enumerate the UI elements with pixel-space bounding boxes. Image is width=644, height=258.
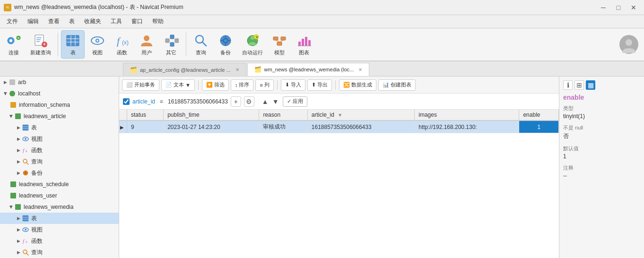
func-icon-la: fx [22,146,29,154]
nav-down-arrow[interactable]: ▼ [271,97,280,106]
begin-transaction-button[interactable]: ⬜ 开始事务 [122,79,159,91]
svg-point-1 [9,39,12,42]
rp-field-name: enable [563,94,640,101]
col-publish-time[interactable]: publish_time [164,110,259,120]
rp-type-section: 类型 tinyint(1) [563,105,640,120]
apply-button[interactable]: ✓ 应用 [283,96,307,107]
sort-icon: ↕ [235,82,238,88]
cell-images[interactable]: http://192.168.200.130: [415,120,519,133]
tool-view[interactable]: 视图 [86,30,109,59]
db-icon-info [9,101,17,109]
create-chart-button[interactable]: 📊 创建图表 [378,79,416,91]
menu-table[interactable]: 表 [64,16,79,27]
window-controls: ─ □ ✕ [597,3,640,12]
text-button[interactable]: 📄 文本 ▼ [161,79,195,91]
menu-file[interactable]: 文件 [2,16,23,27]
sidebar-item-leadnews-wemedia[interactable]: ▶ leadnews_wemedia [0,201,119,213]
tool-table[interactable]: 表 [61,30,85,59]
menu-favorites[interactable]: 收藏夹 [79,16,106,27]
cell-article-id[interactable]: 1618857353506066433 [307,120,414,133]
tab-wm-news[interactable]: 🗂️ wm_news @leadnews_wemedia (loc... ✕ [247,63,370,76]
svg-point-58 [25,138,26,140]
filter-settings-button[interactable]: ⚙ [244,96,254,107]
menu-window[interactable]: 窗口 [127,16,148,27]
cell-enable[interactable]: 1 [519,120,559,133]
filter-checkbox[interactable] [123,98,130,105]
cell-publish-time[interactable]: 2023-01-27 14:23:20 [164,120,259,133]
col-reason[interactable]: reason [259,110,307,120]
filter-operator: = [160,98,163,105]
tool-user-label: 用户 [141,49,152,56]
sidebar-item-information-schema[interactable]: information_schema [0,99,119,111]
tool-chart[interactable]: 图表 [292,30,316,59]
minimize-button[interactable]: ─ [597,3,610,12]
menu-view[interactable]: 查看 [44,16,64,27]
column-button[interactable]: ≡ 列 [255,79,273,91]
filter-add-button[interactable]: + [231,96,241,107]
tool-backup[interactable]: 备份 [214,30,237,59]
table-row[interactable]: ▶ 9 2023-01-27 14:23:20 审核成功 16188573535 [119,120,559,133]
rp-info-icon[interactable]: ℹ [563,80,573,90]
menu-tools[interactable]: 工具 [106,16,127,27]
cell-status[interactable]: 9 [127,120,164,133]
rp-type-value: tinyint(1) [563,113,640,120]
svg-text:f: f [23,147,25,153]
svg-line-76 [26,253,28,255]
sidebar-item-leadnews-article[interactable]: ▶ leadnews_article [0,111,119,122]
close-button[interactable]: ✕ [627,3,640,12]
sidebar-item-la-query[interactable]: ▶ 查询 [0,156,119,167]
tool-model[interactable]: 模型 [268,30,291,59]
rp-grid3-icon[interactable]: ▦ [586,80,595,90]
sidebar-item-lw-query[interactable]: ▶ 查询 [0,247,119,258]
tool-function[interactable]: f (x) 函数 [110,30,134,59]
svg-rect-44 [302,39,304,46]
export-button[interactable]: ⬆ 导出 [307,79,332,91]
filter-button[interactable]: 🔽 筛选 [202,79,229,91]
sidebar-item-la-func[interactable]: ▶ fx 函数 [0,145,119,156]
arrow-lw-func: ▶ [17,239,20,243]
maximize-button[interactable]: □ [612,3,625,12]
tool-user[interactable]: 用户 [135,30,158,59]
arrow-la-backup: ▶ [17,171,20,175]
rp-grid2-icon[interactable]: ⊞ [574,80,584,90]
tool-schedule[interactable]: ★ 自动运行 [238,30,267,59]
sidebar-item-localhost[interactable]: ▶ localhost [0,88,119,99]
cell-reason[interactable]: 审核成功 [259,120,307,133]
tool-new-query[interactable]: + 新建查询 [26,30,55,59]
sidebar-item-leadnews-user[interactable]: leadnews_user [0,190,119,201]
col-article-id[interactable]: article_id ▼ [307,110,414,120]
sidebar-item-leadnews-schedule[interactable]: leadnews_schedule [0,179,119,190]
col-enable[interactable]: enable [519,110,559,120]
sidebar-item-la-table[interactable]: ▶ 表 [0,122,119,133]
nav-up-arrow[interactable]: ▲ [261,97,270,106]
data-gen-button[interactable]: 🔀 数据生成 [339,79,376,91]
svg-rect-65 [10,181,16,187]
table-icon-lw [22,215,29,222]
tool-other[interactable]: 其它 [159,30,183,59]
tool-query[interactable]: 查询 [189,30,213,59]
sidebar-item-la-view[interactable]: ▶ 视图 [0,133,119,145]
sidebar-item-la-backup[interactable]: ▶ 备份 [0,167,119,179]
sidebar-item-arb[interactable]: ▶ arb [0,77,119,88]
arrow-la-view: ▶ [17,137,20,141]
svg-rect-39 [281,37,286,40]
toolbar2-sep-1 [198,80,199,90]
tab-close-2[interactable]: ✕ [358,67,362,72]
query-icon-lw [22,249,29,256]
sidebar-item-lw-view[interactable]: ▶ 视图 [0,224,119,235]
sidebar-item-lw-func[interactable]: ▶ fx 函数 [0,235,119,247]
col-status[interactable]: status [127,110,164,120]
tab-ap-article-config[interactable]: 🗂️ ap_article_config @leadnews_article .… [123,63,246,76]
tool-connect[interactable]: + 连接 [2,30,26,59]
profile-avatar[interactable] [619,35,638,54]
sidebar-label-arb: arb [18,79,26,86]
col-images[interactable]: images [415,110,519,120]
svg-text:f: f [117,35,121,47]
sidebar-label-localhost: localhost [18,90,40,97]
menu-help[interactable]: 帮助 [148,16,168,27]
sidebar-item-lw-table[interactable]: ▶ 表 [0,213,119,224]
import-button[interactable]: ⬇ 导入 [281,79,305,91]
tab-close-1[interactable]: ✕ [235,67,239,72]
sort-button[interactable]: ↕ 排序 [231,79,254,91]
menu-edit[interactable]: 编辑 [23,16,44,27]
